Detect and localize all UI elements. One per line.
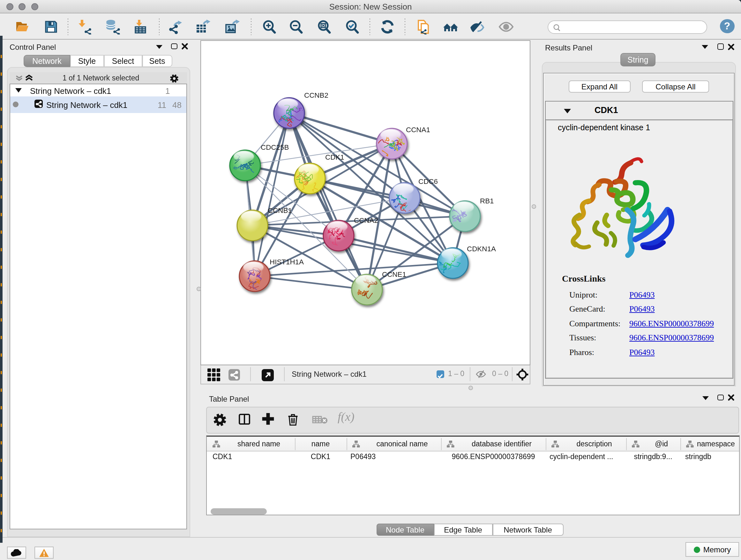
svg-text:CDC25B: CDC25B <box>261 143 289 151</box>
svg-text:HIST1H1A: HIST1H1A <box>270 258 304 266</box>
svg-text:CCNB2: CCNB2 <box>304 91 328 99</box>
svg-text:CCNB1: CCNB1 <box>268 206 292 214</box>
svg-text:CCNA2: CCNA2 <box>354 216 378 225</box>
svg-text:CDC6: CDC6 <box>418 178 438 186</box>
svg-text:CCNE1: CCNE1 <box>382 270 406 278</box>
svg-text:RB1: RB1 <box>480 197 494 205</box>
svg-text:CCNA1: CCNA1 <box>406 126 430 134</box>
svg-text:CDKN1A: CDKN1A <box>467 245 496 253</box>
svg-text:CDK1: CDK1 <box>325 153 344 161</box>
